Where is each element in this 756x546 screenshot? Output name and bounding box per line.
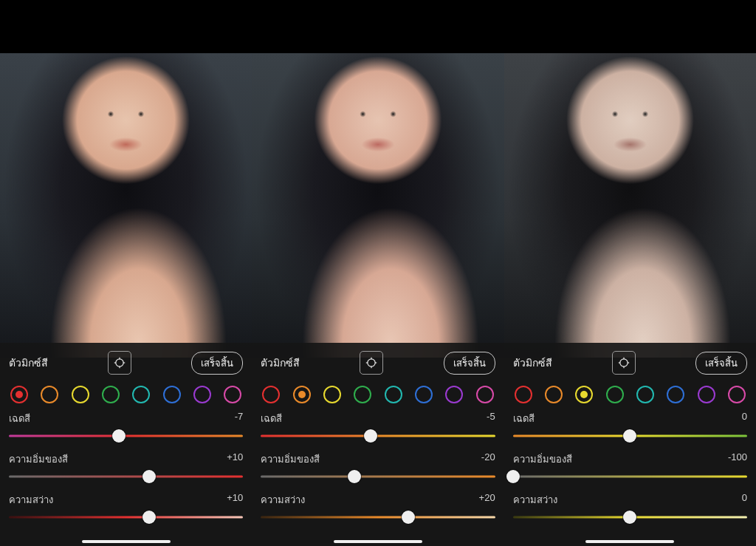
- swatch-red[interactable]: [10, 386, 28, 403]
- slider-thumb[interactable]: [364, 429, 377, 443]
- swatch-green[interactable]: [102, 386, 120, 403]
- target-adjust-button[interactable]: [360, 351, 383, 375]
- controls-overlay: ตัวมิกซ์สี เสร็จสิ้น เฉดสี -7 ความ: [0, 343, 252, 546]
- slider-track[interactable]: [261, 431, 495, 441]
- slider-thumb[interactable]: [112, 429, 126, 443]
- slider-track[interactable]: [261, 512, 495, 522]
- preview-image: [0, 53, 252, 358]
- swatch-blue[interactable]: [667, 386, 684, 403]
- swatch-purple[interactable]: [698, 386, 715, 403]
- panel-title: ตัวมิกซ์สี: [261, 355, 300, 371]
- home-indicator: [334, 540, 422, 543]
- slider-track[interactable]: [513, 471, 747, 482]
- slider-hue: เฉดสี 0: [513, 411, 747, 441]
- swatch-aqua[interactable]: [385, 386, 402, 403]
- done-button[interactable]: เสร็จสิ้น: [444, 352, 495, 375]
- slider-thumb[interactable]: [506, 470, 520, 483]
- svg-point-0: [116, 359, 123, 366]
- slider-value: 0: [742, 492, 747, 508]
- controls-overlay: ตัวมิกซ์สี เสร็จสิ้น เฉดสี 0 ความอ: [504, 343, 756, 546]
- slider-label: เฉดสี: [261, 411, 282, 426]
- slider-label: ความอิ่มของสี: [261, 451, 320, 467]
- slider-track[interactable]: [9, 431, 243, 441]
- swatch-purple[interactable]: [193, 386, 211, 403]
- slider-luminance: ความสว่าง 0: [513, 492, 747, 522]
- swatch-aqua[interactable]: [132, 386, 150, 403]
- target-icon: [365, 357, 377, 369]
- slider-luminance: ความสว่าง +20: [261, 492, 495, 522]
- slider-label: ความสว่าง: [261, 492, 305, 508]
- preview-image: [504, 53, 756, 358]
- swatch-blue[interactable]: [415, 386, 433, 403]
- target-adjust-button[interactable]: [108, 351, 131, 375]
- swatch-red[interactable]: [515, 386, 532, 403]
- swatch-yellow[interactable]: [575, 386, 593, 403]
- swatch-yellow[interactable]: [72, 386, 89, 403]
- target-icon: [114, 357, 126, 369]
- editor-panel: ตัวมิกซ์สี เสร็จสิ้น เฉดสี 0 ความอ: [504, 53, 756, 546]
- swatch-orange[interactable]: [293, 386, 311, 403]
- swatch-orange[interactable]: [545, 386, 563, 403]
- slider-value: -100: [728, 451, 747, 467]
- target-adjust-button[interactable]: [612, 351, 636, 375]
- slider-track[interactable]: [513, 512, 747, 522]
- slider-track[interactable]: [513, 431, 747, 441]
- editor-panel: ตัวมิกซ์สี เสร็จสิ้น เฉดสี -5 ความ: [252, 53, 504, 546]
- target-icon: [618, 357, 630, 369]
- slider-value: 0: [742, 411, 747, 426]
- swatch-orange[interactable]: [41, 386, 58, 403]
- slider-thumb[interactable]: [623, 511, 636, 524]
- editor-panel: ตัวมิกซ์สี เสร็จสิ้น เฉดสี -7 ความ: [0, 53, 252, 546]
- swatch-aqua[interactable]: [636, 386, 654, 403]
- swatch-yellow[interactable]: [323, 386, 341, 403]
- svg-point-10: [620, 359, 628, 366]
- slider-label: เฉดสี: [9, 411, 30, 426]
- slider-thumb[interactable]: [142, 511, 156, 524]
- swatch-magenta[interactable]: [476, 386, 494, 403]
- slider-saturation: ความอิ่มของสี -20: [261, 451, 495, 482]
- slider-saturation: ความอิ่มของสี +10: [9, 451, 243, 482]
- slider-track[interactable]: [9, 512, 243, 522]
- swatch-magenta[interactable]: [728, 386, 746, 403]
- home-indicator: [82, 540, 171, 543]
- slider-value: +10: [227, 492, 243, 508]
- slider-value: +20: [479, 492, 495, 508]
- swatch-green[interactable]: [606, 386, 624, 403]
- color-swatch-row: [515, 386, 746, 403]
- swatch-purple[interactable]: [445, 386, 463, 403]
- slider-track[interactable]: [261, 471, 495, 482]
- slider-value: +10: [227, 451, 243, 467]
- slider-label: ความอิ่มของสี: [513, 451, 572, 467]
- color-swatch-row: [262, 386, 493, 403]
- panel-title: ตัวมิกซ์สี: [513, 355, 552, 371]
- swatch-blue[interactable]: [163, 386, 181, 403]
- slider-thumb[interactable]: [402, 511, 415, 524]
- slider-saturation: ความอิ่มของสี -100: [513, 451, 747, 482]
- done-button[interactable]: เสร็จสิ้น: [191, 352, 243, 375]
- controls-overlay: ตัวมิกซ์สี เสร็จสิ้น เฉดสี -5 ความ: [252, 343, 504, 546]
- slider-thumb[interactable]: [348, 470, 361, 483]
- home-indicator: [585, 540, 674, 543]
- swatch-red[interactable]: [262, 386, 280, 403]
- slider-thumb[interactable]: [623, 429, 636, 443]
- slider-label: ความอิ่มของสี: [9, 451, 68, 467]
- swatch-magenta[interactable]: [224, 386, 241, 403]
- slider-thumb[interactable]: [142, 470, 156, 483]
- slider-hue: เฉดสี -7: [9, 411, 243, 441]
- swatch-green[interactable]: [354, 386, 371, 403]
- preview-image: [252, 53, 504, 358]
- slider-label: เฉดสี: [513, 411, 535, 426]
- slider-hue: เฉดสี -5: [261, 411, 495, 441]
- slider-value: -7: [235, 411, 244, 426]
- slider-value: -5: [487, 411, 495, 426]
- color-swatch-row: [10, 386, 241, 403]
- slider-label: ความสว่าง: [9, 492, 53, 508]
- slider-track[interactable]: [9, 471, 243, 482]
- done-button[interactable]: เสร็จสิ้น: [695, 352, 747, 375]
- slider-luminance: ความสว่าง +10: [9, 492, 243, 522]
- panel-title: ตัวมิกซ์สี: [9, 355, 48, 371]
- svg-point-5: [368, 359, 375, 366]
- slider-value: -20: [481, 451, 495, 467]
- slider-label: ความสว่าง: [513, 492, 557, 508]
